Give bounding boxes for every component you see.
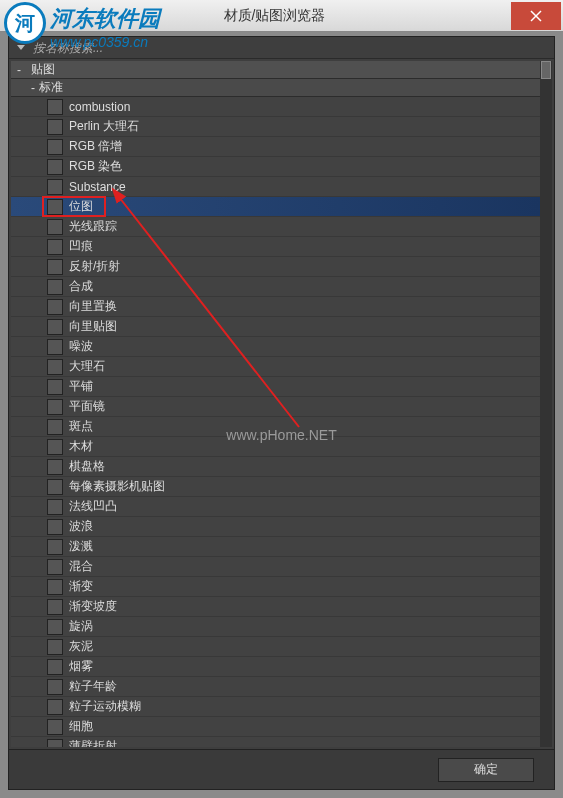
tree-item[interactable]: 粒子年龄 [11, 677, 540, 697]
map-swatch-icon [47, 579, 63, 595]
tree-item-label: Perlin 大理石 [69, 118, 139, 135]
map-swatch-icon [47, 379, 63, 395]
map-swatch-icon [47, 219, 63, 235]
map-swatch-icon [47, 239, 63, 255]
scrollbar-thumb[interactable] [541, 61, 551, 79]
tree-item-label: 凹痕 [69, 238, 93, 255]
tree-item[interactable]: 棋盘格 [11, 457, 540, 477]
map-swatch-icon [47, 499, 63, 515]
tree-item-label: 位图 [69, 198, 93, 215]
tree-item[interactable]: Perlin 大理石 [11, 117, 540, 137]
tree-item[interactable]: 渐变坡度 [11, 597, 540, 617]
map-swatch-icon [47, 479, 63, 495]
tree-item[interactable]: 渐变 [11, 577, 540, 597]
scrollbar[interactable] [540, 61, 552, 747]
map-swatch-icon [47, 259, 63, 275]
search-input[interactable] [33, 41, 550, 55]
tree-item[interactable]: Substance [11, 177, 540, 197]
tree-item[interactable]: 平铺 [11, 377, 540, 397]
tree-item[interactable]: RGB 倍增 [11, 137, 540, 157]
close-button[interactable] [511, 2, 561, 30]
tree-item[interactable]: 噪波 [11, 337, 540, 357]
titlebar: 材质/贴图浏览器 [0, 0, 563, 32]
tree-item-label: 渐变坡度 [69, 598, 117, 615]
tree-item-label: Substance [69, 180, 126, 194]
map-swatch-icon [47, 99, 63, 115]
tree-item[interactable]: RGB 染色 [11, 157, 540, 177]
tree-item[interactable]: 烟雾 [11, 657, 540, 677]
tree-item[interactable]: 平面镜 [11, 397, 540, 417]
tree-category[interactable]: - 标准 [11, 79, 540, 97]
map-swatch-icon [47, 699, 63, 715]
tree-item[interactable]: 粒子运动模糊 [11, 697, 540, 717]
map-swatch-icon [47, 299, 63, 315]
collapse-icon: - [31, 81, 35, 95]
tree-item-label: 反射/折射 [69, 258, 120, 275]
tree-item[interactable]: 每像素摄影机贴图 [11, 477, 540, 497]
tree-item[interactable]: 法线凹凸 [11, 497, 540, 517]
map-swatch-icon [47, 639, 63, 655]
tree-item-label: 平铺 [69, 378, 93, 395]
map-swatch-icon [47, 459, 63, 475]
item-list: combustionPerlin 大理石RGB 倍增RGB 染色Substanc… [11, 97, 540, 747]
map-swatch-icon [47, 439, 63, 455]
tree-category-label: 标准 [39, 79, 63, 96]
map-swatch-icon [47, 599, 63, 615]
tree-item-label: RGB 倍增 [69, 138, 122, 155]
tree-item[interactable]: 泼溅 [11, 537, 540, 557]
tree-item-label: 合成 [69, 278, 93, 295]
menu-dropdown-icon[interactable] [13, 40, 29, 56]
tree-item[interactable]: 混合 [11, 557, 540, 577]
tree-item[interactable]: 向里置换 [11, 297, 540, 317]
tree-item-label: 混合 [69, 558, 93, 575]
tree-item-label: combustion [69, 100, 130, 114]
tree-item-label: 粒子年龄 [69, 678, 117, 695]
map-swatch-icon [47, 339, 63, 355]
tree-item[interactable]: 向里贴图 [11, 317, 540, 337]
tree-item[interactable]: 凹痕 [11, 237, 540, 257]
tree-item-label: 棋盘格 [69, 458, 105, 475]
ok-button[interactable]: 确定 [438, 758, 534, 782]
tree-item-label: 细胞 [69, 718, 93, 735]
tree-item-label: 斑点 [69, 418, 93, 435]
tree-root[interactable]: - 贴图 [11, 61, 540, 79]
search-row [9, 37, 554, 59]
map-swatch-icon [47, 559, 63, 575]
tree-item-label: 波浪 [69, 518, 93, 535]
tree-item-label: RGB 染色 [69, 158, 122, 175]
tree-area: - 贴图 - 标准 combustionPerlin 大理石RGB 倍增RGB … [11, 61, 540, 747]
tree-item-label: 大理石 [69, 358, 105, 375]
tree-item-label: 烟雾 [69, 658, 93, 675]
tree-item-label: 渐变 [69, 578, 93, 595]
tree-item[interactable]: 大理石 [11, 357, 540, 377]
map-swatch-icon [47, 619, 63, 635]
tree-item[interactable]: 波浪 [11, 517, 540, 537]
map-swatch-icon [47, 719, 63, 735]
tree-item-label: 每像素摄影机贴图 [69, 478, 165, 495]
collapse-icon: - [17, 63, 27, 77]
tree-item-label: 旋涡 [69, 618, 93, 635]
tree-item[interactable]: 细胞 [11, 717, 540, 737]
tree-item[interactable]: 木材 [11, 437, 540, 457]
tree-item[interactable]: 薄壁折射 [11, 737, 540, 747]
tree-item[interactable]: combustion [11, 97, 540, 117]
tree-item[interactable]: 反射/折射 [11, 257, 540, 277]
tree-item[interactable]: 斑点 [11, 417, 540, 437]
tree-item-label: 泼溅 [69, 538, 93, 555]
tree-item[interactable]: 灰泥 [11, 637, 540, 657]
map-swatch-icon [47, 399, 63, 415]
footer: 确定 [9, 749, 554, 789]
tree-item-label: 薄壁折射 [69, 738, 117, 747]
tree-item[interactable]: 光线跟踪 [11, 217, 540, 237]
tree-item[interactable]: 旋涡 [11, 617, 540, 637]
tree-item-label: 粒子运动模糊 [69, 698, 141, 715]
map-swatch-icon [47, 199, 63, 215]
map-swatch-icon [47, 539, 63, 555]
tree-item-label: 光线跟踪 [69, 218, 117, 235]
tree-item[interactable]: 位图 [11, 197, 540, 217]
tree-item[interactable]: 合成 [11, 277, 540, 297]
close-icon [530, 10, 542, 22]
tree-item-label: 平面镜 [69, 398, 105, 415]
map-swatch-icon [47, 159, 63, 175]
tree-item-label: 木材 [69, 438, 93, 455]
